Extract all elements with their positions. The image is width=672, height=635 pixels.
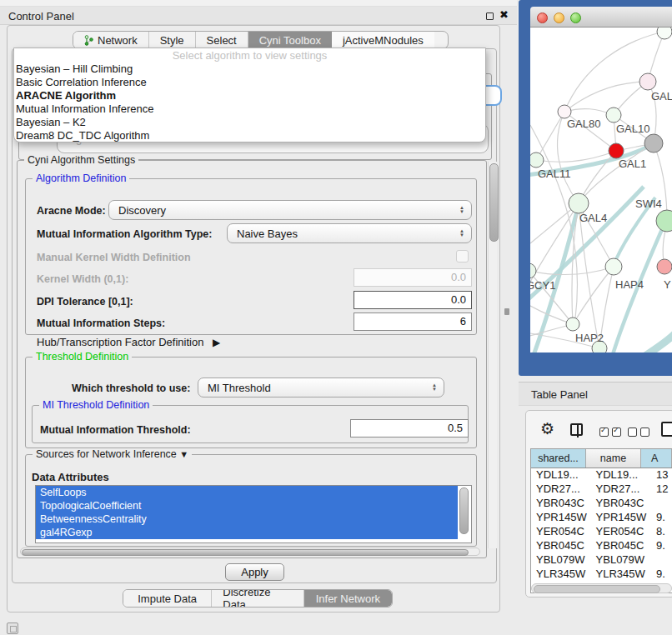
dropdown-option[interactable]: Basic Correlation Inference	[14, 76, 485, 89]
tab-jactivemnodules-label: jActiveMNodules	[343, 34, 424, 47]
tab-impute-data[interactable]: Impute Data	[123, 590, 212, 607]
network-node[interactable]	[657, 28, 672, 39]
network-node-gal4[interactable]	[569, 193, 589, 213]
expanded-arrow-icon: ▼	[179, 449, 188, 459]
mi-steps-field[interactable]: 6	[354, 312, 472, 331]
aracne-mode-combo[interactable]: Discovery ▲▼	[108, 200, 472, 220]
spinner-arrows-icon: ▲▼	[432, 383, 437, 392]
settings-vertical-scrollbar[interactable]	[488, 162, 497, 548]
network-node-gal11[interactable]	[530, 152, 544, 168]
table-horizontal-scrollbar-thumb[interactable]	[534, 585, 660, 593]
node-label-gal4: GAL4	[579, 212, 607, 224]
network-node-hap4[interactable]	[605, 258, 622, 275]
unchecked-boxes-icon[interactable]	[628, 428, 649, 437]
gear-icon[interactable]: ⚙	[540, 419, 554, 438]
mi-threshold-field[interactable]: 0.5	[350, 419, 469, 438]
dropdown-option-selected[interactable]: ARACNE Algorithm	[14, 89, 485, 102]
network-node-gal1-selected[interactable]	[609, 143, 624, 158]
network-node-gal80[interactable]	[558, 105, 571, 118]
list-item-selected[interactable]: BetweennessCentrality	[36, 512, 458, 526]
splitter-handle[interactable]	[504, 308, 509, 315]
network-edge[interactable]	[564, 82, 648, 112]
node-label: GAL	[651, 90, 672, 102]
node-label-gal1: GAL1	[619, 158, 646, 170]
cyni-algorithm-settings-title: Cyni Algorithm Settings	[24, 154, 138, 166]
table-row[interactable]: YDR27...YDR27...12	[531, 482, 672, 497]
control-panel-title: Control Panel	[8, 10, 74, 22]
network-node-gal10[interactable]	[606, 108, 621, 122]
tab-network[interactable]: Network	[73, 32, 149, 48]
table-row[interactable]: YPR145WYPR145W9.	[531, 511, 672, 525]
hub-definition-toggle[interactable]: Hub/Transcription Factor Definition ▶	[37, 336, 220, 348]
dropdown-hint: Select algorithm to view settings	[14, 48, 485, 62]
settings-horizontal-scrollbar[interactable]	[20, 548, 480, 556]
tab-style[interactable]: Style	[149, 32, 196, 48]
hub-definition-label: Hub/Transcription Factor Definition	[37, 336, 203, 348]
network-edge[interactable]	[564, 32, 664, 112]
list-item-selected[interactable]: TopologicalCoefficient	[36, 499, 458, 512]
table-row[interactable]: YLR345WYLR345W9.	[531, 568, 672, 582]
sources-group-title[interactable]: Sources for Network Inference ▼	[33, 448, 192, 460]
tab-select[interactable]: Select	[196, 32, 248, 48]
dpi-tolerance-field[interactable]: 0.0	[354, 291, 472, 309]
network-node[interactable]	[639, 73, 656, 90]
settings-horizontal-scrollbar-thumb[interactable]	[22, 549, 469, 556]
data-attributes-list: SelfLoops TopologicalCoefficient Between…	[35, 485, 472, 543]
control-panel-tabbar: Network Style Select Cyni Toolbox jActiv…	[73, 31, 449, 49]
table-row[interactable]: YBL079WYBL079W	[531, 553, 672, 568]
dropdown-option[interactable]: Bayesian – K2	[14, 116, 485, 129]
checked-boxes-icon[interactable]	[599, 428, 621, 437]
network-edge[interactable]	[536, 112, 564, 160]
network-canvas[interactable]: GAL GAL80 GAL10 GAL1 GAL11 GAL4 SWI4 GCY…	[530, 28, 672, 352]
node-label-gcy1: GCY1	[530, 279, 555, 292]
column-header-shared-name[interactable]: shared...	[531, 449, 586, 468]
window-top-edge	[0, 0, 517, 7]
column-header-name[interactable]: name	[586, 449, 641, 468]
table-icon[interactable]	[661, 422, 672, 437]
mi-algorithm-type-combo[interactable]: Naive Bayes ▲▼	[227, 223, 472, 243]
network-node-gray[interactable]	[644, 134, 663, 152]
tab-infer-network[interactable]: Infer Network	[304, 590, 392, 607]
close-traffic-light-icon[interactable]	[537, 12, 548, 23]
network-edge[interactable]	[639, 333, 672, 352]
network-edge[interactable]	[579, 203, 599, 348]
table-row[interactable]: YBR045CYBR045C9.	[531, 539, 672, 553]
docked-panel-icon[interactable]	[7, 622, 18, 634]
tab-cyni-toolbox[interactable]: Cyni Toolbox	[248, 32, 332, 48]
zoom-traffic-light-icon[interactable]	[570, 12, 581, 23]
manual-kernel-width-checkbox[interactable]	[456, 250, 469, 262]
apply-button-label: Apply	[241, 566, 268, 578]
which-threshold-combo[interactable]: MI Threshold ▲▼	[198, 378, 444, 398]
control-panel-titlebar: Control Panel ✖	[0, 7, 517, 25]
mi-steps-label: Mutual Information Steps:	[37, 318, 165, 329]
dropdown-option[interactable]: Mutual Information Inference	[14, 102, 485, 116]
table-horizontal-scrollbar[interactable]	[531, 583, 672, 593]
kernel-width-field[interactable]: 0.0	[354, 268, 472, 287]
list-item-selected[interactable]: gal4RGexp	[36, 526, 458, 539]
split-columns-icon[interactable]	[570, 423, 583, 436]
table-row[interactable]: YER054CYER054C8.	[531, 525, 672, 539]
collapsed-arrow-icon: ▶	[213, 337, 220, 348]
list-item-selected[interactable]: SelfLoops	[36, 486, 458, 499]
table-row[interactable]: YDL19...YDL19...13	[531, 468, 672, 482]
table-row[interactable]: YBR043CYBR043C	[531, 497, 672, 511]
tab-jactivemnodules[interactable]: jActiveMNodules	[332, 32, 434, 48]
float-window-icon[interactable]	[486, 12, 494, 20]
tab-discretize-data[interactable]: Discretize Data	[212, 590, 303, 607]
apply-button[interactable]: Apply	[225, 563, 284, 581]
network-node-gcy1[interactable]	[530, 263, 536, 278]
tab-infer-network-label: Infer Network	[316, 592, 380, 605]
minimize-traffic-light-icon[interactable]	[554, 12, 564, 23]
tab-impute-data-label: Impute Data	[138, 592, 197, 605]
dropdown-option[interactable]: Dream8 DC_TDC Algorithm	[14, 129, 485, 142]
column-header-partial[interactable]: A	[641, 449, 672, 468]
network-node-swi4[interactable]	[656, 210, 672, 232]
dropdown-option[interactable]: Bayesian – Hill Climbing	[14, 62, 485, 76]
list-scrollbar-thumb[interactable]	[459, 488, 469, 534]
mi-algorithm-type-label: Mutual Information Algorithm Type:	[37, 228, 212, 240]
network-node-salmon[interactable]	[657, 259, 672, 274]
network-window-titlebar[interactable]	[530, 7, 672, 28]
network-node-hap2[interactable]	[566, 318, 579, 331]
close-icon[interactable]: ✖	[499, 8, 509, 21]
settings-vertical-scrollbar-thumb[interactable]	[489, 163, 499, 242]
